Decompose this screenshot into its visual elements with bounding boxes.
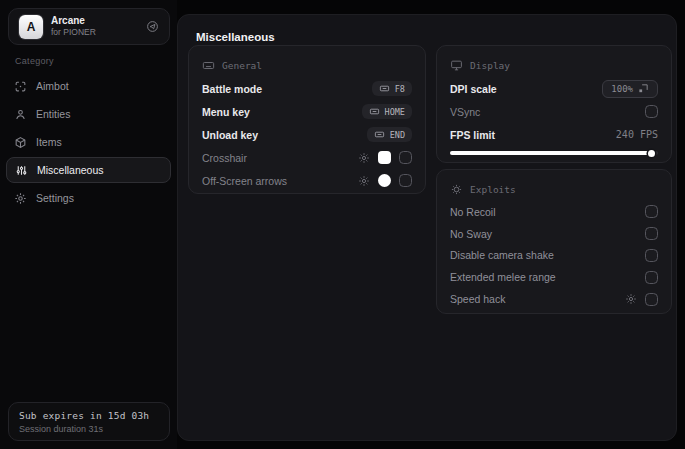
display-card-header: Display xyxy=(450,56,658,74)
exploits-card: Exploits No Recoil No Sway Disable camer… xyxy=(436,169,672,314)
no-sway-checkbox[interactable] xyxy=(645,227,658,240)
subscription-card: Sub expires in 15d 03h Session duration … xyxy=(8,402,170,441)
general-card: General Battle mode F8 Menu key HOME Unl… xyxy=(188,45,426,194)
setting-label: DPI scale xyxy=(450,83,497,95)
monitor-icon xyxy=(450,59,463,72)
sidebar-item-label: Aimbot xyxy=(36,80,69,92)
sidebar-item-aimbot[interactable]: Aimbot xyxy=(0,72,177,100)
keyboard-icon xyxy=(369,106,380,117)
keyboard-icon xyxy=(374,129,385,140)
fps-slider-knob[interactable] xyxy=(648,150,655,157)
fps-slider[interactable] xyxy=(450,149,658,157)
sidebar-item-items[interactable]: Items xyxy=(0,128,177,156)
brand-logo: A xyxy=(19,15,43,39)
setting-label: No Sway xyxy=(450,228,492,240)
setting-row-vsync: VSync xyxy=(450,100,658,123)
cube-icon xyxy=(14,136,27,149)
dpi-scale-select[interactable]: 100% xyxy=(602,80,658,98)
setting-label: Extended melee range xyxy=(450,271,556,283)
fps-slider-fill xyxy=(450,151,652,155)
gear-icon[interactable] xyxy=(625,293,637,305)
sidebar-item-label: Items xyxy=(36,136,62,148)
setting-label: Menu key xyxy=(202,106,250,118)
sidebar-item-entities[interactable]: Entities xyxy=(0,100,177,128)
setting-row-offscreen-arrows: Off-Screen arrows xyxy=(202,169,412,192)
sliders-icon xyxy=(15,164,28,177)
setting-row-dpi-scale: DPI scale 100% xyxy=(450,77,658,100)
setting-label: FPS limit xyxy=(450,129,495,141)
sub-expires-text: Sub expires in 15d 03h xyxy=(19,410,159,421)
sidebar-item-label: Miscellaneous xyxy=(37,164,104,176)
setting-row-no-recoil: No Recoil xyxy=(450,201,658,223)
sidebar-item-label: Settings xyxy=(36,192,74,204)
main-panel: Miscellaneous General Battle mode F8 Men… xyxy=(177,14,677,441)
setting-row-battle-mode: Battle mode F8 xyxy=(202,77,412,100)
setting-row-speed-hack: Speed hack xyxy=(450,288,658,310)
setting-label: VSync xyxy=(450,106,480,118)
fps-value: 240 FPS xyxy=(616,129,658,140)
setting-row-menu-key: Menu key HOME xyxy=(202,100,412,123)
brand-name: Arcane xyxy=(51,15,138,28)
setting-row-unload-key: Unload key END xyxy=(202,123,412,146)
keyboard-icon xyxy=(202,59,215,72)
setting-label: Off-Screen arrows xyxy=(202,175,287,187)
brand-subtitle: for PIONER xyxy=(51,27,138,38)
setting-row-no-sway: No Sway xyxy=(450,223,658,245)
gear-icon xyxy=(14,192,27,205)
setting-label: Disable camera shake xyxy=(450,249,554,261)
setting-row-disable-camera-shake: Disable camera shake xyxy=(450,245,658,267)
gear-icon[interactable] xyxy=(358,152,370,164)
keybind-button[interactable]: HOME xyxy=(362,104,412,119)
scale-icon xyxy=(638,83,649,94)
sidebar-nav: Aimbot Entities Items xyxy=(0,72,177,212)
sidebar-item-settings[interactable]: Settings xyxy=(0,184,177,212)
setting-row-fps-limit: FPS limit 240 FPS xyxy=(450,123,658,146)
page-title: Miscellaneous xyxy=(196,31,275,43)
display-card: Display DPI scale 100% VSync FPS limit 2… xyxy=(436,45,672,163)
category-label: Category xyxy=(15,56,54,66)
gear-icon[interactable] xyxy=(358,175,370,187)
disable-camera-shake-checkbox[interactable] xyxy=(645,249,658,262)
general-card-header: General xyxy=(202,56,412,74)
setting-label: Unload key xyxy=(202,129,258,141)
sidebar-item-label: Entities xyxy=(36,108,70,120)
telegram-icon[interactable] xyxy=(146,20,159,33)
setting-label: Speed hack xyxy=(450,293,505,305)
setting-label: Battle mode xyxy=(202,83,262,95)
crosshair-scan-icon xyxy=(14,80,27,93)
keybind-button[interactable]: F8 xyxy=(372,81,412,96)
setting-row-crosshair: Crosshair xyxy=(202,146,412,169)
color-swatch[interactable] xyxy=(378,151,391,164)
extended-melee-range-checkbox[interactable] xyxy=(645,271,658,284)
keyboard-icon xyxy=(379,83,390,94)
offscreen-arrows-checkbox[interactable] xyxy=(399,174,412,187)
brand-card: A Arcane for PIONER xyxy=(8,8,170,45)
no-recoil-checkbox[interactable] xyxy=(645,205,658,218)
setting-row-extended-melee-range: Extended melee range xyxy=(450,266,658,288)
setting-label: No Recoil xyxy=(450,206,496,218)
exploits-card-header: Exploits xyxy=(450,180,658,198)
crosshair-checkbox[interactable] xyxy=(399,151,412,164)
session-duration-text: Session duration 31s xyxy=(19,424,159,434)
vsync-checkbox[interactable] xyxy=(645,105,658,118)
setting-label: Crosshair xyxy=(202,152,247,164)
person-icon xyxy=(14,108,27,121)
speed-hack-checkbox[interactable] xyxy=(645,293,658,306)
virus-icon xyxy=(450,183,463,196)
sidebar: A Arcane for PIONER Category Aimbot xyxy=(0,0,177,449)
keybind-button[interactable]: END xyxy=(367,127,412,142)
color-swatch[interactable] xyxy=(378,174,391,187)
sidebar-item-miscellaneous[interactable]: Miscellaneous xyxy=(6,157,171,183)
